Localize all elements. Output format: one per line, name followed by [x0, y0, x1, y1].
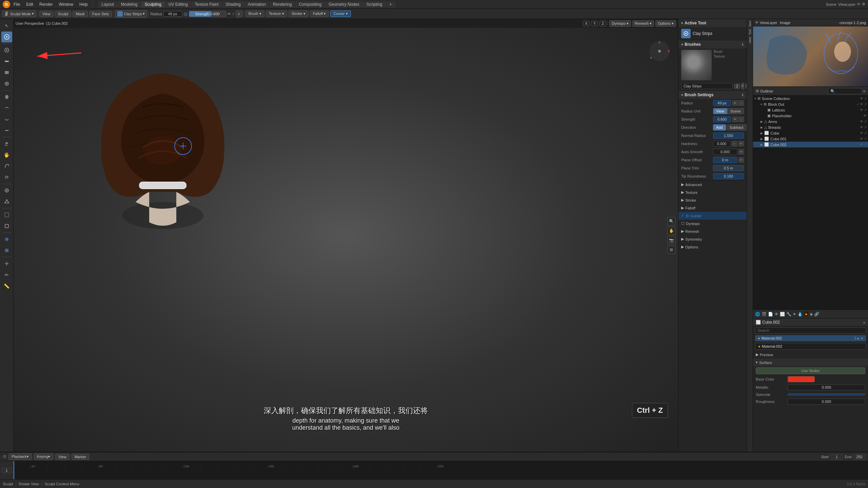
clay-tool[interactable]	[1, 56, 12, 67]
strength-prop-value[interactable]: 0.600	[713, 116, 731, 122]
inflate-tool[interactable]	[1, 78, 12, 89]
tree-lattices[interactable]: ▣ Lattices 👁 ↗	[753, 107, 868, 113]
flatten-tool[interactable]	[1, 125, 12, 136]
strength-pen-icon[interactable]: ↕	[738, 117, 744, 122]
base-color-picker[interactable]	[788, 376, 815, 382]
props-part-icon[interactable]: ✦	[793, 312, 796, 317]
tree-cube[interactable]: ▶ ⬜ Cube 👁 ↗	[753, 130, 868, 136]
tab-modeling[interactable]: Modeling	[118, 1, 141, 7]
block-out-check[interactable]: ✓	[856, 102, 859, 106]
tab-layout[interactable]: Layout	[98, 1, 117, 7]
expand-icon[interactable]: ▸	[864, 321, 865, 324]
timeline-view-btn[interactable]: View	[55, 454, 70, 460]
strength-icon2[interactable]: ↕	[232, 12, 234, 16]
settings-icon[interactable]: ⚙	[862, 2, 865, 6]
view-tab-label[interactable]: ViewLayer	[760, 21, 777, 25]
measure-tool[interactable]: 📏	[1, 281, 12, 291]
face-set-tool[interactable]	[1, 234, 12, 245]
autosmooth-value[interactable]: 0.000	[713, 149, 737, 155]
tab-add[interactable]: +	[386, 1, 395, 7]
end-frame-input[interactable]	[853, 454, 865, 460]
options-btn[interactable]: Options ▾	[655, 20, 676, 27]
tab-uv-editing[interactable]: UV Editing	[165, 1, 191, 7]
tree-placeholder[interactable]: ▣ Placeholder 👁	[753, 113, 868, 119]
outliner-search[interactable]	[828, 88, 862, 94]
blob-tool[interactable]	[1, 92, 12, 102]
timeline-ruler[interactable]: 10 50 100 150 200	[0, 461, 868, 479]
nav-widget[interactable]: Z X Y	[648, 39, 671, 63]
add-icon[interactable]: +	[236, 11, 242, 17]
preview-section[interactable]: ▶ Preview	[753, 351, 868, 359]
tab-shading[interactable]: Shading	[222, 1, 244, 7]
mask-btn[interactable]: Mask	[73, 11, 87, 17]
props-mat-icon[interactable]: ●	[804, 311, 808, 317]
tab-sculpting[interactable]: Sculpting	[141, 1, 165, 7]
start-frame-input[interactable]	[831, 454, 843, 460]
radius-pen-icon[interactable]: ↕	[738, 100, 744, 106]
menu-edit[interactable]: Edit	[23, 1, 36, 7]
rotate-tool[interactable]: ⟳	[1, 172, 12, 183]
brush-settings-header[interactable]: ▾ Brush Settings ⬇	[678, 91, 747, 99]
grid-btn[interactable]: ⊞	[667, 246, 675, 254]
rotate-view-status[interactable]: Rotate View	[19, 482, 39, 486]
tree-breasts[interactable]: ▶ △ Breasts 👁 ↗	[753, 124, 868, 130]
item-tab[interactable]: Item	[747, 20, 752, 28]
z-axis-btn[interactable]: Z	[599, 21, 606, 26]
mode-selector[interactable]: 🗿 Sculpt Mode ▾	[2, 11, 36, 17]
options-section[interactable]: ▶ Options	[678, 243, 747, 251]
brush-dropdown[interactable]: Brush ▾	[245, 11, 264, 17]
tip-roundness-value[interactable]: 0.180	[713, 173, 744, 179]
props-render-icon[interactable]: 🎬	[762, 312, 767, 317]
add-direction-btn[interactable]: Add	[713, 124, 726, 130]
use-nodes-btn[interactable]: Use Nodes	[756, 367, 865, 374]
normal-radius-value[interactable]: 1.550	[713, 133, 744, 139]
sync-icon[interactable]: ⟳	[857, 2, 860, 6]
scene-col-vis-icon[interactable]: 👁	[860, 97, 863, 100]
tab-texture-paint[interactable]: Texture Paint	[192, 1, 222, 7]
dyntopo-section[interactable]: ☐ Dyntopo	[678, 220, 747, 227]
strength-slider[interactable]: Strength 0.600	[189, 11, 226, 17]
cube002-sel[interactable]: ↗	[864, 143, 867, 146]
specular-value[interactable]	[788, 393, 865, 395]
menu-render[interactable]: Render	[37, 1, 55, 7]
cube001-vis[interactable]: 👁	[860, 137, 863, 141]
lattices-vis[interactable]: 👁	[860, 108, 863, 112]
breasts-sel[interactable]: ↗	[864, 125, 867, 129]
radius-icon[interactable]: ◎	[183, 11, 188, 17]
block-out-vis[interactable]: 👁	[860, 102, 863, 106]
arms-sel[interactable]: ↗	[864, 120, 867, 123]
radius-input[interactable]	[163, 11, 182, 17]
active-tool-header[interactable]: ▾ Active Tool	[678, 19, 747, 27]
radius-pressure-icon[interactable]: ✏	[732, 100, 738, 106]
playback-btn[interactable]: Playback▾	[8, 453, 32, 460]
mask-tool[interactable]	[1, 209, 12, 220]
surface-section[interactable]: ▾ Surface	[753, 359, 868, 366]
snake-hook-tool[interactable]	[1, 161, 12, 171]
texture-dropdown[interactable]: Texture ▾	[266, 11, 287, 17]
plane-offset-value[interactable]: 0 m	[713, 157, 737, 163]
camera-btn[interactable]: 📷	[667, 236, 675, 244]
tool-tab[interactable]: Tool	[747, 28, 752, 36]
mat-slot-del[interactable]: ✕	[861, 337, 863, 340]
hardness-pen-icon[interactable]: ✏	[738, 141, 744, 146]
tree-cube001[interactable]: ▶ ⬜ Cube.001 👁 ↗	[753, 136, 868, 142]
x-axis-btn[interactable]: X	[583, 21, 590, 26]
falloff-dropdown[interactable]: Falloff ▾	[310, 11, 329, 17]
cursor-section[interactable]: ✓ ◎ Cursor	[678, 212, 747, 220]
topology-tool[interactable]	[1, 196, 12, 207]
zoom-in-btn[interactable]: 🔍	[667, 217, 675, 225]
remesh-btn[interactable]: Remesh ▾	[632, 20, 654, 27]
menu-help[interactable]: Help	[77, 1, 91, 7]
falloff-section[interactable]: ▶ Falloff	[678, 204, 747, 212]
context-menu-status[interactable]: Sculpt Context Menu	[45, 482, 79, 486]
filter-icon[interactable]: ≡	[863, 89, 865, 93]
lattices-sel[interactable]: ↗	[864, 108, 867, 112]
viewport[interactable]: User Perspective (1) Cube.002 X Y Z Dynt…	[14, 19, 678, 452]
tab-compositing[interactable]: Compositing	[295, 1, 325, 7]
clay-strips-tool[interactable]	[1, 32, 12, 42]
material-name-input[interactable]: ● Material.002	[755, 343, 866, 350]
blender-logo[interactable]: B	[3, 1, 10, 8]
sculpt-btn[interactable]: Sculpt	[55, 11, 72, 17]
cube002-vis[interactable]: 👁	[860, 143, 863, 146]
breasts-vis[interactable]: 👁	[860, 125, 863, 129]
